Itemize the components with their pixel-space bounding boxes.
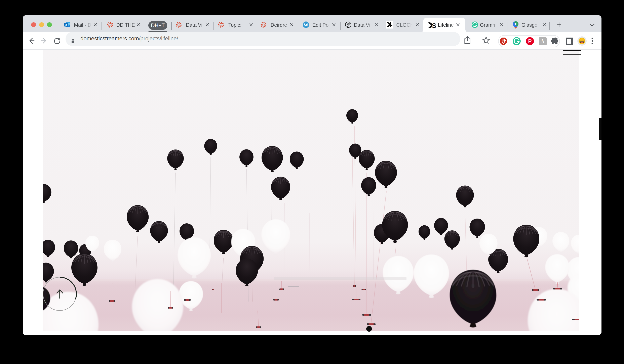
svg-text:S: S xyxy=(432,22,436,29)
svg-text:P: P xyxy=(528,38,532,44)
svg-text:o: o xyxy=(65,23,67,26)
svg-text:h: h xyxy=(541,38,544,44)
svg-text:W: W xyxy=(304,22,308,27)
